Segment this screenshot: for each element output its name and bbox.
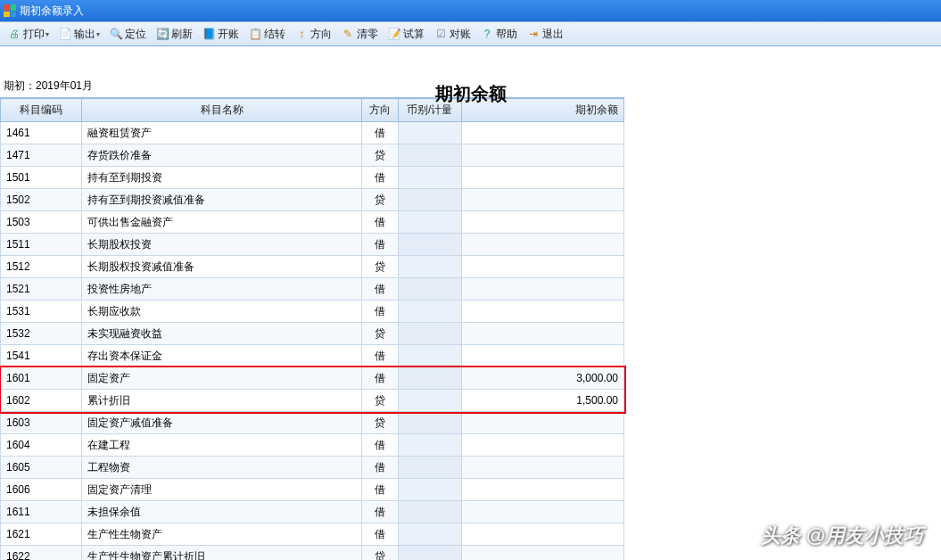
cell-balance[interactable] <box>461 412 623 434</box>
cell-currency[interactable] <box>398 457 461 479</box>
cell-name[interactable]: 存货跌价准备 <box>82 144 362 167</box>
clear-button[interactable]: ✎清零 <box>337 25 382 44</box>
cell-currency[interactable] <box>398 256 461 278</box>
cell-name[interactable]: 存出资本保证金 <box>82 345 362 367</box>
cell-name[interactable]: 未实现融资收益 <box>82 323 362 345</box>
cell-currency[interactable] <box>398 412 461 434</box>
cell-code[interactable]: 1531 <box>1 301 82 323</box>
cell-balance[interactable] <box>461 323 623 345</box>
table-row[interactable]: 1601固定资产借3,000.00 <box>1 367 624 390</box>
cell-currency[interactable] <box>398 479 461 501</box>
cell-direction[interactable]: 贷 <box>362 390 399 412</box>
calc-button[interactable]: 📝试算 <box>384 25 428 44</box>
cell-direction[interactable]: 贷 <box>362 323 399 345</box>
table-row[interactable]: 1532未实现融资收益贷 <box>1 323 624 345</box>
cell-direction[interactable]: 贷 <box>362 256 399 278</box>
cell-name[interactable]: 固定资产清理 <box>82 479 362 501</box>
cell-direction[interactable]: 贷 <box>362 546 399 561</box>
cell-code[interactable]: 1603 <box>1 412 82 434</box>
cell-balance[interactable] <box>461 501 623 523</box>
cell-direction[interactable]: 借 <box>362 301 399 323</box>
cell-balance[interactable] <box>461 278 623 301</box>
cell-balance[interactable] <box>461 523 623 546</box>
cell-direction[interactable]: 贷 <box>362 144 399 167</box>
cell-code[interactable]: 1602 <box>1 390 82 412</box>
cell-code[interactable]: 1502 <box>1 189 82 211</box>
printer-button[interactable]: 🖨打印▾ <box>4 25 53 44</box>
open-book-button[interactable]: 📘开账 <box>198 25 243 44</box>
cell-currency[interactable] <box>398 144 461 167</box>
table-row[interactable]: 1621生产性生物资产借 <box>1 523 624 546</box>
table-row[interactable]: 1471存货跌价准备贷 <box>1 144 624 167</box>
cell-direction[interactable]: 借 <box>362 167 399 189</box>
cell-currency[interactable] <box>398 122 461 144</box>
cell-name[interactable]: 在建工程 <box>82 434 362 457</box>
cell-code[interactable]: 1521 <box>1 278 82 301</box>
cell-code[interactable]: 1503 <box>1 211 82 234</box>
cell-name[interactable]: 未担保余值 <box>82 501 362 523</box>
cell-currency[interactable] <box>398 501 461 523</box>
cell-balance[interactable] <box>461 189 623 211</box>
table-row[interactable]: 1605工程物资借 <box>1 457 624 479</box>
cell-code[interactable]: 1511 <box>1 234 82 256</box>
table-row[interactable]: 1541存出资本保证金借 <box>1 345 624 367</box>
cell-balance[interactable] <box>461 167 623 189</box>
cell-code[interactable]: 1604 <box>1 434 82 457</box>
cell-name[interactable]: 投资性房地产 <box>82 278 362 301</box>
cell-name[interactable]: 长期股权投资减值准备 <box>82 256 362 278</box>
cell-currency[interactable] <box>398 234 461 256</box>
cell-name[interactable]: 工程物资 <box>82 457 362 479</box>
direction-button[interactable]: ↕方向 <box>291 25 335 44</box>
table-row[interactable]: 1603固定资产减值准备贷 <box>1 412 624 434</box>
cell-code[interactable]: 1532 <box>1 323 82 345</box>
cell-direction[interactable]: 贷 <box>362 412 399 434</box>
cell-currency[interactable] <box>398 434 461 457</box>
cell-currency[interactable] <box>398 323 461 345</box>
cell-balance[interactable] <box>461 457 623 479</box>
cell-code[interactable]: 1621 <box>1 523 82 546</box>
cell-balance[interactable] <box>461 301 623 323</box>
carry-button[interactable]: 📋结转 <box>244 25 289 44</box>
cell-code[interactable]: 1461 <box>1 122 82 144</box>
cell-name[interactable]: 长期应收款 <box>82 301 362 323</box>
table-row[interactable]: 1622生产性生物资产累计折旧贷 <box>1 546 624 561</box>
cell-currency[interactable] <box>398 546 461 561</box>
cell-currency[interactable] <box>398 211 461 234</box>
cell-balance[interactable] <box>461 122 623 144</box>
cell-balance[interactable] <box>461 546 623 561</box>
cell-code[interactable]: 1471 <box>1 144 82 167</box>
cell-name[interactable]: 持有至到期投资 <box>82 167 362 189</box>
table-row[interactable]: 1502持有至到期投资减值准备贷 <box>1 189 624 211</box>
cell-code[interactable]: 1605 <box>1 457 82 479</box>
table-row[interactable]: 1501持有至到期投资借 <box>1 167 624 189</box>
cell-currency[interactable] <box>398 278 461 301</box>
cell-currency[interactable] <box>398 345 461 367</box>
table-row[interactable]: 1521投资性房地产借 <box>1 278 624 301</box>
cell-currency[interactable] <box>398 301 461 323</box>
cell-code[interactable]: 1606 <box>1 479 82 501</box>
cell-direction[interactable]: 借 <box>362 479 399 501</box>
cell-code[interactable]: 1501 <box>1 167 82 189</box>
cell-currency[interactable] <box>398 189 461 211</box>
cell-balance[interactable] <box>461 434 623 457</box>
cell-currency[interactable] <box>398 167 461 189</box>
cell-direction[interactable]: 借 <box>362 234 399 256</box>
table-row[interactable]: 1611未担保余值借 <box>1 501 624 523</box>
cell-direction[interactable]: 借 <box>362 434 399 457</box>
cell-name[interactable]: 融资租赁资产 <box>82 122 362 144</box>
cell-direction[interactable]: 借 <box>362 457 399 479</box>
cell-direction[interactable]: 贷 <box>362 189 399 211</box>
cell-currency[interactable] <box>398 390 461 412</box>
cell-balance[interactable] <box>461 256 623 278</box>
cell-code[interactable]: 1512 <box>1 256 82 278</box>
table-row[interactable]: 1503可供出售金融资产借 <box>1 211 624 234</box>
cell-code[interactable]: 1541 <box>1 345 82 367</box>
cell-balance[interactable]: 1,500.00 <box>461 390 623 412</box>
table-row[interactable]: 1511长期股权投资借 <box>1 234 624 256</box>
cell-name[interactable]: 长期股权投资 <box>82 234 362 256</box>
refresh-button[interactable]: 🔄刷新 <box>152 25 196 44</box>
table-row[interactable]: 1604在建工程借 <box>1 434 624 457</box>
exit-button[interactable]: ⇥退出 <box>523 25 567 44</box>
cell-direction[interactable]: 借 <box>362 345 399 367</box>
export-button[interactable]: 📄输出▾ <box>54 25 103 44</box>
